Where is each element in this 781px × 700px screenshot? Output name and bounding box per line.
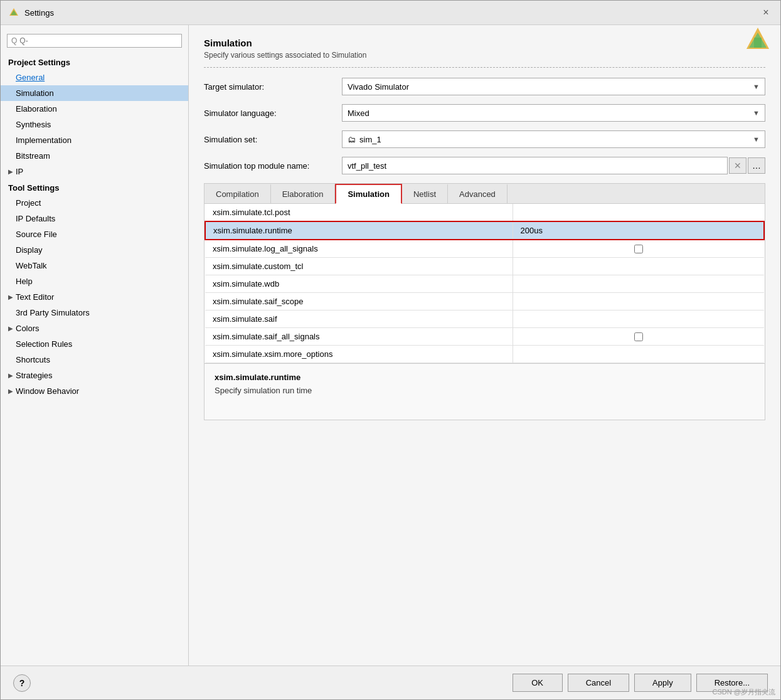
sidebar-item-implementation[interactable]: Implementation: [1, 132, 188, 148]
sidebar-item-ip-defaults[interactable]: IP Defaults: [1, 211, 188, 226]
prop-name: xsim.simulate.saif_scope: [205, 293, 513, 310]
sidebar-item-webtalk[interactable]: WebTalk: [1, 258, 188, 273]
project-settings-header: Project Settings: [1, 54, 188, 70]
simulator-language-dropdown[interactable]: Mixed ▼: [342, 104, 765, 122]
target-simulator-label: Target simulator:: [204, 82, 342, 92]
tab-content: xsim.simulate.tcl.post xsim.simulate.run…: [205, 204, 765, 420]
simulation-set-dropdown[interactable]: 🗂 sim_1 ▼: [342, 130, 765, 148]
sidebar-item-project[interactable]: Project: [1, 195, 188, 211]
log-all-signals-checkbox[interactable]: [634, 245, 643, 253]
section-title: Simulation: [204, 38, 765, 48]
simulation-set-control: 🗂 sim_1 ▼: [342, 130, 765, 148]
main-content: Simulation Specify various settings asso…: [189, 25, 780, 666]
prop-value-input[interactable]: [521, 208, 757, 217]
ip-arrow-icon: ▶: [8, 168, 13, 175]
sidebar-item-selection-rules[interactable]: Selection Rules: [1, 336, 188, 352]
tab-simulation[interactable]: Simulation: [335, 184, 401, 204]
sidebar-item-window-behavior[interactable]: ▶ Window Behavior: [1, 383, 188, 399]
tool-settings-header: Tool Settings: [1, 179, 188, 195]
table-row-selected[interactable]: xsim.simulate.runtime: [205, 221, 764, 240]
prop-value[interactable]: [513, 258, 764, 275]
table-row: xsim.simulate.wdb: [205, 275, 764, 293]
sidebar-item-help[interactable]: Help: [1, 273, 188, 289]
simulator-language-value: Mixed: [348, 109, 369, 118]
sidebar-item-3rd-party[interactable]: 3rd Party Simulators: [1, 305, 188, 321]
prop-wdb-input[interactable]: [521, 279, 757, 289]
sidebar-item-synthesis[interactable]: Synthesis: [1, 117, 188, 132]
window-behavior-arrow-icon: ▶: [8, 388, 13, 395]
sidebar-item-source-file[interactable]: Source File: [1, 226, 188, 242]
apply-button[interactable]: Apply: [634, 674, 691, 692]
info-title: xsim.simulate.runtime: [215, 373, 755, 382]
prop-name: xsim.simulate.xsim.more_options: [205, 346, 513, 363]
top-module-label: Simulation top module name:: [204, 161, 342, 171]
sidebar-item-bitstream[interactable]: Bitstream: [1, 148, 188, 164]
app-icon: [8, 7, 19, 18]
tab-elaboration[interactable]: Elaboration: [271, 184, 336, 203]
target-simulator-control: Vivado Simulator ▼: [342, 78, 765, 95]
prop-value[interactable]: [513, 204, 764, 221]
saif-all-signals-checkbox[interactable]: [634, 332, 643, 341]
sidebar-item-colors[interactable]: ▶ Colors: [1, 321, 188, 336]
prop-name: xsim.simulate.saif: [205, 310, 513, 328]
sidebar-item-simulation[interactable]: Simulation: [1, 85, 188, 101]
prop-runtime-input[interactable]: [521, 226, 756, 235]
simulator-language-row: Simulator language: Mixed ▼: [204, 104, 765, 122]
prop-custom-tcl-input[interactable]: [521, 262, 757, 271]
prop-name: xsim.simulate.saif_all_signals: [205, 328, 513, 346]
sidebar-item-text-editor-label: Text Editor: [16, 292, 54, 302]
dialog-body: Q Project Settings General Simulation El…: [1, 25, 780, 666]
cancel-button[interactable]: Cancel: [568, 674, 629, 692]
prop-value: [513, 240, 764, 258]
search-box[interactable]: Q: [7, 34, 182, 48]
info-desc: Specify simulation run time: [215, 386, 755, 395]
prop-value[interactable]: [513, 275, 764, 293]
prop-saif-input[interactable]: [521, 314, 757, 324]
tab-advanced[interactable]: Advanced: [448, 184, 507, 203]
sidebar-item-shortcuts[interactable]: Shortcuts: [1, 352, 188, 368]
prop-name-selected: xsim.simulate.runtime: [205, 221, 513, 240]
prop-value-selected[interactable]: [513, 221, 764, 240]
target-simulator-dropdown[interactable]: Vivado Simulator ▼: [342, 78, 765, 95]
prop-saif-scope-input[interactable]: [521, 297, 757, 306]
ok-button[interactable]: OK: [513, 674, 563, 692]
prop-more-options-input[interactable]: [521, 349, 757, 359]
prop-value[interactable]: [513, 346, 764, 363]
sidebar-item-ip-label: IP: [16, 167, 23, 176]
vivado-logo: [741, 25, 774, 58]
target-simulator-value: Vivado Simulator: [348, 82, 409, 92]
search-input[interactable]: [19, 36, 178, 45]
sidebar-item-display[interactable]: Display: [1, 242, 188, 258]
sidebar-item-ip[interactable]: ▶ IP: [1, 164, 188, 179]
prop-value[interactable]: [513, 293, 764, 310]
table-row: xsim.simulate.saif_all_signals: [205, 328, 764, 346]
help-button[interactable]: ?: [13, 674, 31, 692]
properties-table: xsim.simulate.tcl.post xsim.simulate.run…: [205, 204, 765, 363]
strategies-arrow-icon: ▶: [8, 372, 13, 379]
sidebar-item-elaboration[interactable]: Elaboration: [1, 101, 188, 117]
info-panel: xsim.simulate.runtime Specify simulation…: [205, 363, 765, 420]
tab-netlist[interactable]: Netlist: [402, 184, 448, 203]
table-row: xsim.simulate.custom_tcl: [205, 258, 764, 275]
target-simulator-row: Target simulator: Vivado Simulator ▼: [204, 78, 765, 95]
tab-compilation[interactable]: Compilation: [205, 184, 271, 203]
sidebar-item-colors-label: Colors: [16, 324, 40, 333]
watermark: CSDN @岁月指尖流: [713, 687, 775, 697]
close-button[interactable]: ×: [759, 6, 773, 19]
prop-name: xsim.simulate.tcl.post: [205, 204, 513, 221]
clear-top-module-button[interactable]: ✕: [729, 157, 746, 174]
table-row: xsim.simulate.saif: [205, 310, 764, 328]
sidebar-item-text-editor[interactable]: ▶ Text Editor: [1, 289, 188, 305]
simulator-language-label: Simulator language:: [204, 109, 342, 118]
colors-arrow-icon: ▶: [8, 325, 13, 332]
browse-top-module-button[interactable]: …: [748, 157, 765, 174]
sidebar-item-strategies[interactable]: ▶ Strategies: [1, 368, 188, 383]
tabs-area: Compilation Elaboration Simulation Netli…: [204, 183, 765, 420]
divider: [204, 67, 765, 68]
top-module-input-wrap: [342, 157, 728, 174]
title-bar: Settings ×: [1, 1, 780, 25]
sidebar-item-window-behavior-label: Window Behavior: [16, 386, 79, 396]
prop-value[interactable]: [513, 310, 764, 328]
sidebar-item-general[interactable]: General: [1, 70, 188, 85]
top-module-input[interactable]: [348, 161, 722, 171]
